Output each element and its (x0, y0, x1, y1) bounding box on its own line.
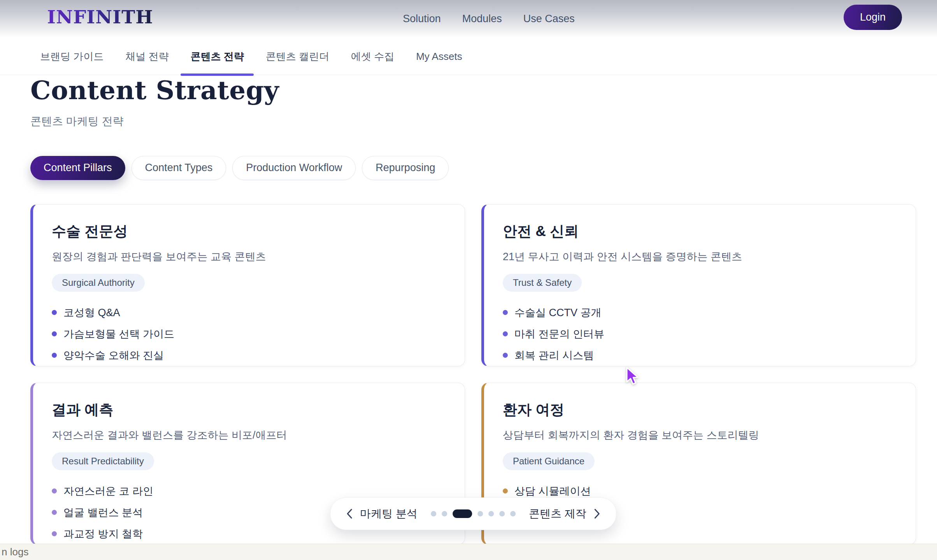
pager-dot-7[interactable] (510, 511, 516, 516)
card-badge: Patient Guidance (503, 452, 595, 470)
pager-dot-1[interactable] (431, 511, 436, 516)
card-topic-item: 마취 전문의 인터뷰 (503, 327, 897, 341)
card-topic-label: 회복 관리 시스템 (514, 348, 594, 362)
module-pager: 마케팅 분석 콘텐츠 제작 (330, 497, 616, 530)
tab-채널-전략[interactable]: 채널 전략 (116, 38, 178, 75)
login-button[interactable]: Login (844, 5, 902, 30)
card-topic-item: 회복 관리 시스템 (503, 348, 897, 362)
bullet-dot-icon (52, 488, 57, 494)
card-topic-label: 얼굴 밸런스 분석 (63, 506, 143, 520)
card-description: 21년 무사고 이력과 안전 시스템을 증명하는 콘텐츠 (503, 250, 897, 264)
card-topic-label: 가슴보형물 선택 가이드 (63, 327, 174, 341)
pager-next-label: 콘텐츠 제작 (529, 506, 586, 521)
filter-pill-repurposing[interactable]: Repurposing (362, 156, 449, 180)
nav-link-use-cases[interactable]: Use Cases (523, 13, 575, 25)
bullet-dot-icon (52, 310, 57, 315)
pager-dots (431, 509, 516, 518)
bullet-dot-icon (52, 353, 57, 358)
status-bar-text: n logs (2, 546, 28, 558)
card-description: 자연스러운 결과와 밸런스를 강조하는 비포/애프터 (52, 428, 446, 442)
tab-브랜딩-가이드[interactable]: 브랜딩 가이드 (30, 38, 113, 75)
filter-row: Content PillarsContent TypesProduction W… (30, 156, 916, 180)
card-topic-item: 가슴보형물 선택 가이드 (52, 327, 446, 341)
pillar-card-안전-신뢰[interactable]: 안전 & 신뢰21년 무사고 이력과 안전 시스템을 증명하는 콘텐츠Trust… (481, 204, 916, 366)
bullet-dot-icon (503, 331, 508, 336)
bullet-dot-icon (503, 488, 508, 494)
brand-logo[interactable]: INFINITH (47, 6, 153, 28)
app-window: INFINITH SolutionModulesUse Cases Login … (0, 0, 937, 560)
card-topic-item: 코성형 Q&A (52, 306, 446, 320)
status-bar: n logs (0, 544, 937, 560)
pager-dot-3-active[interactable] (453, 509, 472, 518)
main-nav: SolutionModulesUse Cases (403, 0, 575, 37)
cards-grid: 수술 전문성원장의 경험과 판단력을 보여주는 교육 콘텐츠Surgical A… (30, 204, 916, 545)
card-title: 결과 예측 (52, 400, 446, 420)
card-description: 원장의 경험과 판단력을 보여주는 교육 콘텐츠 (52, 250, 446, 264)
card-topic-label: 과교정 방지 철학 (63, 527, 143, 541)
nav-link-modules[interactable]: Modules (462, 13, 502, 25)
nav-link-solution[interactable]: Solution (403, 13, 441, 25)
pager-prev-label: 마케팅 분석 (360, 506, 418, 521)
bullet-dot-icon (503, 353, 508, 358)
card-description: 상담부터 회복까지의 환자 경험을 보여주는 스토리텔링 (503, 428, 897, 442)
card-title: 환자 여정 (503, 400, 897, 420)
tab-콘텐츠-전략[interactable]: 콘텐츠 전략 (181, 38, 253, 75)
page-title: Content Strategy (30, 76, 916, 105)
tab-에셋-수집[interactable]: 에셋 수집 (341, 38, 404, 75)
bullet-dot-icon (52, 510, 57, 515)
card-badge: Surgical Authority (52, 274, 145, 292)
filter-pill-content-pillars[interactable]: Content Pillars (30, 156, 125, 180)
content-area: Content Strategy 콘텐츠 마케팅 전략 Content Pill… (30, 75, 916, 545)
card-topic-item: 자연스러운 코 라인 (52, 484, 446, 498)
card-title: 안전 & 신뢰 (503, 222, 897, 241)
card-badge: Trust & Safety (503, 274, 582, 292)
pager-dot-2[interactable] (442, 511, 447, 516)
pager-dot-5[interactable] (488, 511, 494, 516)
site-header: INFINITH SolutionModulesUse Cases Login (0, 0, 937, 43)
card-title: 수술 전문성 (52, 222, 446, 241)
card-topic-label: 수술실 CCTV 공개 (514, 306, 602, 320)
card-topic-list: 수술실 CCTV 공개마취 전문의 인터뷰회복 관리 시스템 (503, 306, 897, 362)
card-topic-list: 상담 시뮬레이션 (503, 484, 897, 498)
chevron-left-icon (346, 508, 353, 520)
page-subtitle: 콘텐츠 마케팅 전략 (30, 114, 916, 129)
tab-콘텐츠-캘린더[interactable]: 콘텐츠 캘린더 (256, 38, 339, 75)
card-topic-label: 자연스러운 코 라인 (63, 484, 153, 498)
pager-dot-4[interactable] (477, 511, 483, 516)
card-topic-item: 상담 시뮬레이션 (503, 484, 897, 498)
filter-pill-content-types[interactable]: Content Types (132, 156, 226, 180)
tab-my-assets[interactable]: My Assets (406, 38, 472, 75)
card-topic-label: 상담 시뮬레이션 (514, 484, 591, 498)
bullet-dot-icon (52, 531, 57, 536)
card-topic-list: 코성형 Q&A가슴보형물 선택 가이드양악수술 오해와 진실 (52, 306, 446, 362)
pillar-card-수술-전문성[interactable]: 수술 전문성원장의 경험과 판단력을 보여주는 교육 콘텐츠Surgical A… (30, 204, 465, 366)
pager-prev-button[interactable]: 마케팅 분석 (344, 506, 420, 522)
chevron-right-icon (593, 508, 600, 520)
pager-dot-6[interactable] (499, 511, 505, 516)
card-topic-item: 수술실 CCTV 공개 (503, 306, 897, 320)
card-topic-label: 코성형 Q&A (63, 306, 120, 320)
bullet-dot-icon (52, 331, 57, 336)
pager-next-button[interactable]: 콘텐츠 제작 (526, 506, 603, 522)
card-topic-item: 양악수술 오해와 진실 (52, 348, 446, 362)
card-badge: Result Predictability (52, 452, 154, 470)
card-topic-label: 양악수술 오해와 진실 (63, 348, 164, 362)
card-topic-label: 마취 전문의 인터뷰 (514, 327, 604, 341)
bullet-dot-icon (503, 310, 508, 315)
tab-bar: 브랜딩 가이드채널 전략콘텐츠 전략콘텐츠 캘린더에셋 수집My Assets (0, 38, 937, 75)
filter-pill-production-workflow[interactable]: Production Workflow (232, 156, 356, 180)
